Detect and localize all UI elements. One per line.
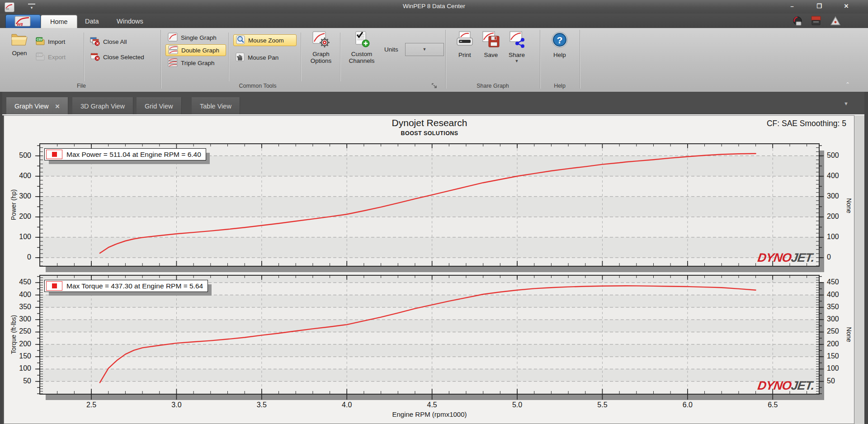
mouse-zoom-button[interactable]: Mouse Zoom: [233, 34, 297, 46]
xtick-label: 6.0: [674, 401, 701, 409]
power-right-ytick-label: 0: [827, 253, 851, 261]
torque-right-ytick-label: 350: [827, 303, 851, 311]
import-label: Import: [48, 38, 65, 45]
power-chart[interactable]: Max Power = 511.04 at Engine RPM = 6.40 …: [39, 143, 820, 267]
open-button[interactable]: Open: [7, 32, 32, 57]
custom-channels-button[interactable]: Custom Channels: [344, 31, 380, 64]
triple-graph-icon: [168, 58, 178, 68]
close-selected-label: Close Selected: [103, 54, 144, 61]
ribbon-tab-home[interactable]: Home: [41, 15, 77, 28]
ribbon-tab-windows[interactable]: Windows: [108, 15, 152, 28]
power-ytick-label: 0: [7, 253, 31, 261]
correction-factor-text: CF: SAE Smoothing: 5: [660, 119, 850, 128]
export-button[interactable]: CSV Export: [35, 52, 66, 62]
group-separator: [540, 30, 540, 89]
power-right-ytick-label: 100: [827, 233, 851, 241]
help-button[interactable]: ? Help: [548, 31, 571, 58]
units-label: Units: [384, 46, 398, 53]
tab-grid-view-label: Grid View: [145, 103, 173, 110]
power-ytick-label: 100: [7, 233, 31, 241]
mouse-pan-label: Mouse Pan: [248, 54, 278, 61]
torque-ytick-label: 350: [7, 303, 31, 311]
scrollbar-gutter[interactable]: [854, 115, 864, 424]
single-graph-label: Single Graph: [181, 34, 217, 41]
share-button[interactable]: Share ▼: [505, 31, 529, 63]
application-button[interactable]: W8: [5, 14, 41, 29]
torque-right-ytick-label: 50: [827, 377, 851, 385]
triple-graph-button[interactable]: Triple Graph: [165, 57, 226, 69]
torque-legend-text: Max Torque = 437.30 at Engine RPM = 5.64: [62, 282, 208, 290]
tab-graph-view[interactable]: Graph View✕: [6, 97, 68, 115]
share-label: Share: [505, 52, 529, 58]
torque-ytick-label: 250: [7, 327, 31, 335]
triangle-badge-icon[interactable]: [830, 15, 841, 28]
dyno-device-icon[interactable]: [810, 15, 822, 28]
title-bar: ▾ WinPEP 8 Data Center – ❐ ✕: [0, 0, 868, 14]
xtick-label: 3.5: [248, 401, 275, 409]
torque-chart[interactable]: Max Torque = 437.30 at Engine RPM = 5.64…: [39, 275, 820, 395]
svg-text:✕: ✕: [96, 57, 99, 61]
tab-table-view[interactable]: Table View: [192, 97, 240, 115]
share-dropdown-icon[interactable]: ▼: [505, 59, 529, 63]
xtick-label: 4.5: [419, 401, 446, 409]
tab-3d-graph-view[interactable]: 3D Graph View: [72, 97, 133, 115]
close-all-button[interactable]: ✕ Close All: [90, 36, 127, 47]
group-separator: [580, 30, 580, 89]
xtick-label: 3.0: [163, 401, 190, 409]
print-button[interactable]: Print: [452, 31, 477, 58]
power-right-ytick-label: 200: [827, 212, 851, 221]
open-label: Open: [7, 50, 32, 57]
tab-table-view-label: Table View: [200, 103, 231, 110]
units-dropdown[interactable]: ▼: [405, 43, 444, 56]
double-graph-button[interactable]: Double Graph: [165, 44, 226, 56]
maximize-button[interactable]: ❐: [811, 2, 827, 11]
close-button[interactable]: ✕: [839, 2, 854, 11]
ribbon-tab-row: W8 Home Data Windows: [0, 14, 868, 28]
tab-overflow-icon[interactable]: ▼: [844, 101, 849, 106]
tab-grid-view[interactable]: Grid View: [137, 97, 182, 115]
collapse-ribbon-button[interactable]: ⌃: [842, 80, 854, 89]
ribbon-tab-data[interactable]: Data: [76, 15, 108, 28]
torque-right-ytick-label: 200: [827, 340, 851, 348]
xtick-label: 5.5: [589, 401, 616, 409]
helmet-gauge-icon[interactable]: [792, 15, 803, 28]
power-ytick-label: 400: [7, 172, 31, 180]
import-button[interactable]: CSV Import: [35, 36, 65, 47]
triple-graph-label: Triple Graph: [181, 60, 215, 66]
tab-3d-graph-view-label: 3D Graph View: [80, 103, 125, 110]
export-label: Export: [48, 54, 66, 61]
file-group-divider: [84, 33, 84, 81]
file-group-label: File: [45, 83, 118, 89]
svg-text:CSV: CSV: [37, 53, 43, 56]
tab-close-icon[interactable]: ✕: [55, 103, 60, 110]
double-graph-label: Double Graph: [181, 47, 219, 54]
save-button[interactable]: Save: [479, 31, 503, 58]
dialog-launcher-icon[interactable]: [432, 83, 438, 89]
csv-import-icon: CSV: [35, 37, 45, 47]
power-right-ytick-label: 300: [827, 192, 851, 200]
custom-channels-label: Custom Channels: [344, 51, 380, 64]
view-tab-strip: Graph View✕ 3D Graph View Grid View Tabl…: [0, 92, 868, 115]
graph-title: Dynojet Research: [253, 118, 606, 128]
torque-right-ytick-label: 400: [827, 291, 851, 299]
hand-icon: [236, 52, 245, 63]
x-axis-title: Engine RPM (rpmx1000): [253, 410, 606, 418]
minimize-button[interactable]: –: [784, 2, 800, 11]
dynojet-watermark: DYNOJET.: [757, 252, 815, 264]
magnifier-icon: [236, 35, 245, 46]
torque-ytick-label: 200: [7, 340, 31, 348]
svg-text:W8: W8: [17, 22, 23, 27]
torque-right-ytick-label: 300: [827, 315, 851, 323]
torque-ytick-label: 100: [7, 364, 31, 372]
single-graph-button[interactable]: Single Graph: [165, 32, 226, 43]
torque-right-ytick-label: 100: [827, 364, 851, 372]
mouse-pan-button[interactable]: Mouse Pan: [233, 52, 297, 63]
torque-right-ytick-label: 150: [827, 352, 851, 360]
torque-plot-svg: [40, 276, 819, 394]
graph-options-button[interactable]: Graph Options: [305, 31, 337, 64]
print-label: Print: [452, 52, 477, 58]
close-selected-button[interactable]: ✕ Close Selected: [90, 52, 144, 62]
ribbon: Open CSV Import CSV Export ✕ Close All ✕…: [0, 28, 868, 92]
group-separator: [160, 30, 161, 89]
window-left-border: [0, 92, 2, 424]
